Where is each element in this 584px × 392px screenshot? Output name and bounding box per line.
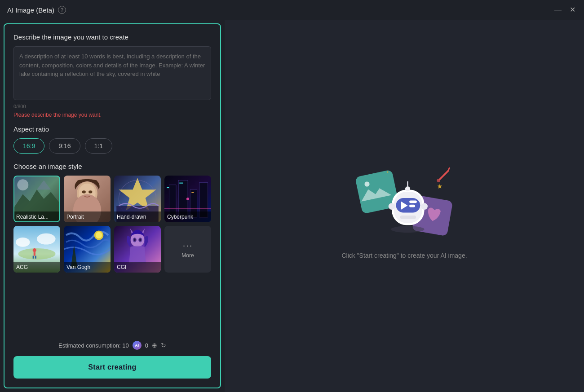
svg-point-59: [421, 203, 428, 210]
svg-rect-21: [167, 187, 169, 188]
style-section-title: Choose an image style: [13, 163, 211, 170]
svg-line-63: [448, 168, 450, 171]
svg-rect-29: [34, 252, 35, 255]
svg-point-56: [405, 186, 410, 191]
left-panel: Describe the image you want to create 0/…: [4, 23, 221, 388]
error-text: Please describe the image you want.: [13, 112, 211, 118]
description-section: Describe the image you want to create 0/…: [13, 33, 211, 118]
svg-point-9: [88, 190, 92, 193]
svg-point-25: [18, 248, 55, 260]
style-realistic[interactable]: Realistic La...: [13, 176, 60, 222]
title-controls: — ✕: [553, 5, 577, 14]
description-textarea[interactable]: [13, 46, 211, 100]
style-vangogh-label: Van Gogh: [64, 262, 111, 273]
bottom-bar: Estimated consumption: 10 AI 0 ⊕ ↻ Start…: [13, 332, 211, 379]
style-acg-label: ACG: [13, 262, 60, 273]
style-cyberpunk-label: Cyberpunk: [164, 211, 211, 222]
style-vangogh[interactable]: Van Gogh: [64, 226, 111, 273]
style-handdrawn-label: Hand-drawn: [114, 211, 161, 222]
style-realistic-label: Realistic La...: [13, 211, 60, 222]
robot-illustration: [346, 153, 463, 243]
svg-line-62: [440, 171, 448, 179]
main-layout: Describe the image you want to create 0/…: [0, 20, 584, 392]
ratio-16-9[interactable]: 16:9: [13, 138, 44, 154]
title-bar: AI Image (Beta) ? — ✕: [0, 0, 584, 20]
svg-point-27: [37, 233, 56, 245]
svg-point-28: [33, 248, 36, 252]
svg-rect-51: [396, 198, 420, 213]
svg-rect-55: [400, 216, 416, 219]
help-icon[interactable]: ?: [58, 6, 66, 14]
svg-point-26: [16, 238, 30, 247]
svg-rect-31: [35, 256, 36, 259]
credit-count: 0: [145, 342, 148, 349]
right-panel: Click "Start creating" to create your AI…: [225, 20, 584, 392]
title-left: AI Image (Beta) ?: [7, 6, 66, 14]
style-grid: Realistic La...: [13, 176, 211, 273]
more-dots-icon: ···: [183, 240, 193, 251]
start-creating-button[interactable]: Start creating: [13, 356, 211, 379]
app-title: AI Image (Beta): [7, 6, 54, 14]
more-label: More: [181, 252, 194, 259]
svg-point-48: [391, 226, 424, 233]
char-count: 0/800: [13, 104, 211, 109]
ratio-1-1[interactable]: 1:1: [85, 138, 112, 154]
style-cgi-label: CGI: [114, 262, 161, 273]
ratio-buttons: 16:9 9:16 1:1: [13, 138, 211, 154]
style-portrait-label: Portrait: [64, 211, 111, 222]
style-acg[interactable]: ACG: [13, 226, 60, 273]
minimize-button[interactable]: —: [553, 5, 562, 14]
style-more-button[interactable]: ··· More: [164, 226, 211, 273]
svg-marker-60: [438, 184, 442, 189]
style-cyberpunk[interactable]: Cyberpunk: [164, 176, 211, 222]
aspect-ratio-title: Aspect ratio: [13, 125, 211, 133]
svg-rect-53: [409, 200, 417, 203]
svg-rect-23: [191, 192, 194, 193]
refresh-icon[interactable]: ↻: [161, 342, 166, 349]
ratio-9-16[interactable]: 9:16: [49, 138, 80, 154]
svg-point-3: [17, 179, 28, 190]
svg-point-43: [139, 238, 141, 241]
svg-point-42: [134, 238, 136, 241]
aspect-ratio-section: Aspect ratio 16:9 9:16 1:1: [13, 125, 211, 154]
svg-rect-54: [409, 204, 415, 207]
svg-point-58: [389, 203, 395, 210]
description-title: Describe the image you want to create: [13, 33, 211, 41]
add-credits-icon[interactable]: ⊕: [152, 342, 157, 349]
consumption-text: Estimated consumption: 10: [58, 342, 129, 349]
svg-rect-22: [179, 183, 183, 184]
svg-point-34: [96, 232, 102, 239]
ai-coin-icon: AI: [133, 341, 142, 350]
style-portrait[interactable]: Portrait: [64, 176, 111, 222]
style-cgi[interactable]: CGI: [114, 226, 161, 273]
svg-point-64: [437, 179, 440, 182]
svg-rect-30: [33, 256, 34, 259]
close-button[interactable]: ✕: [568, 5, 577, 14]
right-panel-hint: Click "Start creating" to create your AI…: [341, 252, 467, 259]
style-handdrawn[interactable]: Hand-drawn: [114, 176, 161, 222]
consumption-row: Estimated consumption: 10 AI 0 ⊕ ↻: [13, 341, 211, 350]
svg-point-20: [186, 198, 189, 200]
svg-point-8: [82, 190, 86, 193]
svg-point-37: [130, 233, 144, 247]
style-section: Choose an image style: [13, 163, 211, 273]
